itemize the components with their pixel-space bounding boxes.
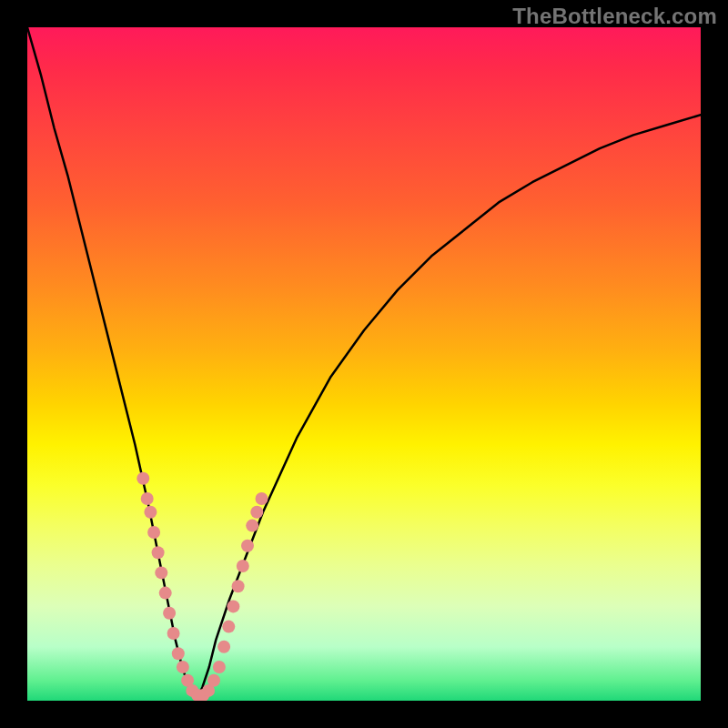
highlight-dot (155, 566, 167, 579)
watermark-text: TheBottleneck.com (512, 4, 717, 29)
highlight-dot (163, 607, 176, 620)
bottleneck-curve (27, 27, 701, 701)
highlight-dot (232, 580, 245, 592)
plot-area (27, 27, 701, 701)
highlight-dot (207, 674, 220, 687)
highlight-dot (250, 506, 263, 519)
highlight-dot (136, 472, 149, 485)
highlight-dot (159, 587, 172, 600)
highlight-dot (141, 492, 154, 505)
highlight-dot (152, 546, 165, 559)
highlight-dot (172, 647, 185, 660)
highlight-dot (222, 621, 235, 633)
highlight-dots-group (136, 472, 268, 701)
highlight-dot (213, 661, 226, 673)
highlight-dot (256, 492, 268, 505)
highlight-dot (217, 641, 230, 653)
highlight-dot (147, 526, 160, 539)
highlight-dot (241, 540, 254, 552)
curve-layer (27, 27, 701, 701)
highlight-dot (246, 520, 258, 532)
highlight-dot (227, 600, 239, 612)
highlight-dot (167, 627, 180, 640)
chart-frame: TheBottleneck.com (0, 0, 728, 728)
highlight-dot (177, 661, 189, 673)
highlight-dot (237, 560, 249, 572)
highlight-dot (144, 506, 157, 519)
